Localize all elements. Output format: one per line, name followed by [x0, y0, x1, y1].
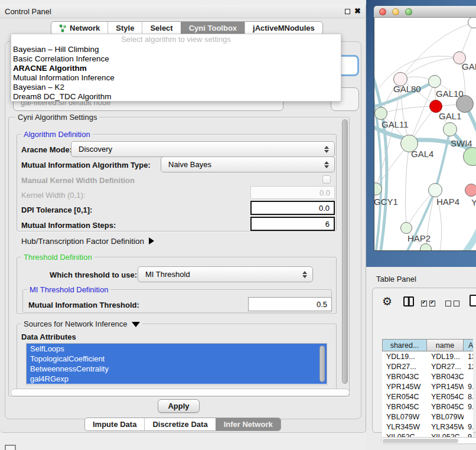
- column-header-cut[interactable]: A: [463, 339, 473, 351]
- mi-type-combobox[interactable]: Naive Bayes: [161, 156, 335, 172]
- sources-toggle[interactable]: Sources for Network Inference: [21, 319, 142, 328]
- table-cell[interactable]: 13: [464, 352, 473, 362]
- network-canvas[interactable]: GAL GAL80 GAL10 GAL1 GAL11 SWI4 GAL4 GCY…: [374, 18, 476, 251]
- tab-impute-data[interactable]: Impute Data: [85, 418, 144, 431]
- table-cell[interactable]: YBL079W: [427, 412, 464, 422]
- screen: Control Panel ✖ Network Style Select Cyn…: [0, 0, 476, 450]
- table-cell[interactable]: YLR345W: [427, 422, 464, 432]
- table-cell[interactable]: YPR145W: [382, 382, 427, 392]
- table-cell[interactable]: 8.: [464, 392, 473, 402]
- tab-infer-network[interactable]: Infer Network: [216, 418, 281, 431]
- table-cell[interactable]: 9.: [464, 382, 473, 392]
- table-cell[interactable]: YBR043C: [427, 372, 464, 382]
- close-icon[interactable]: ✖: [354, 6, 361, 15]
- split-columns-icon[interactable]: [403, 296, 414, 306]
- apply-button[interactable]: Apply: [158, 399, 200, 413]
- tab-jactivemnodules[interactable]: jActiveMNodules: [244, 22, 322, 34]
- spinner-arrows-icon: [324, 146, 329, 153]
- table-cell[interactable]: YIL052C: [427, 432, 464, 437]
- tab-network[interactable]: Network: [51, 22, 107, 34]
- table-cell[interactable]: YER054C: [382, 392, 427, 402]
- list-item[interactable]: gal4RGexp: [27, 374, 327, 384]
- mi-steps-field[interactable]: 6: [250, 217, 335, 231]
- table-cell[interactable]: YDL19...: [427, 352, 464, 362]
- list-item[interactable]: TopologicalCoefficient: [27, 354, 327, 364]
- table-cell[interactable]: YBL079W: [382, 412, 427, 422]
- table-cell[interactable]: YPR145W: [427, 382, 464, 392]
- network-node[interactable]: [374, 107, 387, 120]
- dropdown-option[interactable]: Mutual Information Inference: [11, 73, 341, 83]
- control-panel-window: Control Panel ✖ Network Style Select Cyn…: [0, 5, 366, 433]
- node-label: GAL80: [393, 84, 421, 94]
- network-node[interactable]: [428, 183, 442, 197]
- table-cell[interactable]: YBR045C: [427, 402, 464, 412]
- collapsed-arrow-icon: [149, 237, 154, 244]
- tab-select[interactable]: Select: [142, 22, 180, 34]
- window-title: Control Panel: [5, 7, 51, 16]
- dropdown-option[interactable]: Basic Correlation Inference: [11, 54, 341, 64]
- network-window-titlebar[interactable]: [374, 6, 476, 18]
- network-node[interactable]: [443, 122, 457, 136]
- aracne-mode-combobox[interactable]: Discovery: [71, 141, 335, 157]
- tab-discretize-data[interactable]: Discretize Data: [144, 418, 215, 431]
- settings-vertical-scrollbar[interactable]: [342, 119, 348, 384]
- table-cell[interactable]: YDL19...: [382, 352, 427, 362]
- table-panel-title: Table Panel: [376, 275, 416, 283]
- dropdown-option[interactable]: Bayesian – K2: [11, 83, 341, 92]
- dropdown-option-selected[interactable]: ARACNE Algorithm: [11, 64, 341, 73]
- table-cell[interactable]: 12: [464, 362, 473, 372]
- table-cell[interactable]: [464, 372, 473, 382]
- control-panel-titlebar[interactable]: Control Panel ✖: [0, 5, 366, 18]
- which-threshold-combobox[interactable]: MI Threshold: [138, 266, 313, 282]
- node-label: GAL4: [411, 149, 433, 159]
- table-cell[interactable]: [464, 412, 473, 422]
- column-header-name[interactable]: name: [426, 339, 464, 351]
- table-cell[interactable]: 9.: [464, 402, 473, 412]
- manual-kernel-label: Manual Kernel Width Definition: [21, 176, 135, 185]
- table-cell[interactable]: YER054C: [427, 392, 464, 402]
- node-label: HAP2: [407, 233, 431, 243]
- network-node-salmon[interactable]: [465, 184, 476, 197]
- network-node[interactable]: [428, 75, 441, 88]
- node-label: GAL: [462, 61, 476, 71]
- cutoff-bottom-left-widget[interactable]: [5, 445, 16, 450]
- column-header-shared-name[interactable]: shared...: [382, 339, 427, 351]
- table-cell[interactable]: YLR345W: [382, 422, 427, 432]
- document-icon[interactable]: [470, 295, 476, 306]
- network-node[interactable]: [400, 222, 412, 234]
- hub-definition-toggle[interactable]: Hub/Transcription Factor Definition: [21, 237, 154, 246]
- table-cell[interactable]: YDR27...: [382, 362, 427, 372]
- float-window-icon[interactable]: [345, 9, 350, 14]
- dropdown-option[interactable]: Dream8 DC_TDC Algorithm: [11, 92, 341, 102]
- mi-type-label: Mutual Information Algorithm Type:: [21, 161, 151, 169]
- settings-horizontal-scrollbar[interactable]: [11, 389, 350, 396]
- close-traffic-light-icon[interactable]: [379, 8, 386, 15]
- spinner-arrows-icon: [302, 271, 307, 278]
- table-panel-box: ⚙ shared... name A YDL19... YDL19... 13 …: [372, 288, 476, 433]
- dropdown-option[interactable]: Bayesian – Hill Climbing: [11, 45, 341, 54]
- list-item[interactable]: BetweennessCentrality: [27, 364, 327, 374]
- zoom-traffic-light-icon[interactable]: [405, 8, 412, 15]
- table-cell[interactable]: 9.: [464, 432, 473, 437]
- table-cell[interactable]: YIL052C: [382, 432, 427, 437]
- gear-icon[interactable]: ⚙: [382, 295, 392, 308]
- table-cell[interactable]: 9.: [464, 422, 473, 432]
- table-cell[interactable]: YBR045C: [382, 402, 427, 412]
- tab-cyni-toolbox[interactable]: Cyni Toolbox: [181, 22, 244, 34]
- dpi-tolerance-field[interactable]: 0.0: [250, 201, 335, 215]
- manual-kernel-checkbox[interactable]: [322, 175, 331, 184]
- table-cell[interactable]: YBR043C: [382, 372, 427, 382]
- kernel-width-field[interactable]: 0.0: [250, 186, 335, 199]
- node-label: GCY1: [374, 197, 398, 207]
- mi-threshold-field[interactable]: 0.5: [248, 297, 332, 311]
- network-node[interactable]: [420, 243, 432, 251]
- minimize-traffic-light-icon[interactable]: [392, 8, 399, 15]
- list-item[interactable]: SelfLoops: [27, 344, 327, 354]
- deselect-all-checkboxes-icon[interactable]: [445, 299, 459, 308]
- table-cell[interactable]: YDR27...: [427, 362, 464, 372]
- select-all-checkboxes-icon[interactable]: [421, 299, 435, 308]
- table-horizontal-scrollbar[interactable]: [381, 437, 476, 444]
- tab-style[interactable]: Style: [107, 22, 142, 34]
- scrollbar-thumb[interactable]: [383, 439, 458, 443]
- list-vertical-scrollbar[interactable]: [319, 345, 325, 382]
